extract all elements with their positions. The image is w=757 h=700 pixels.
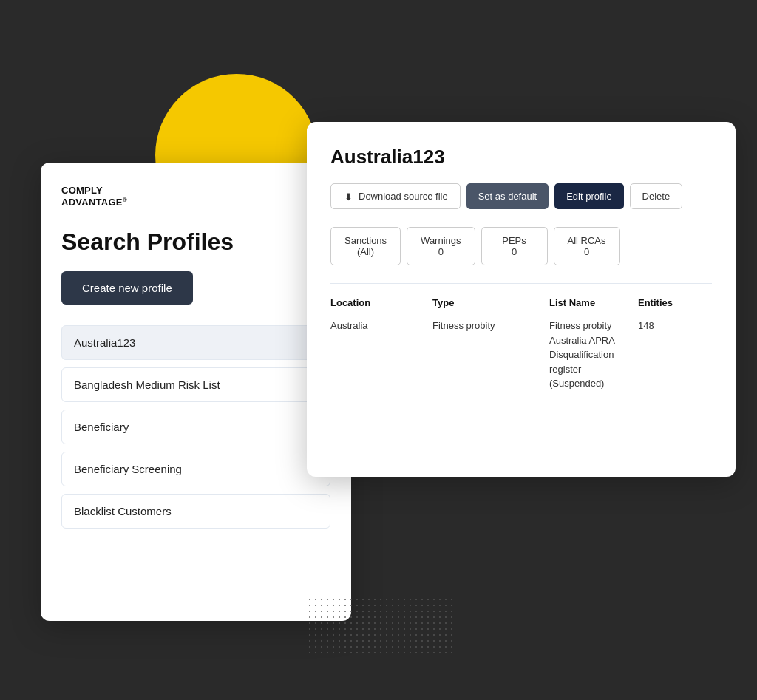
table-header: Location Type List Name Entities: [330, 297, 712, 308]
tab-warnings[interactable]: Warnings 0: [407, 227, 475, 265]
profile-item-blacklist-customers[interactable]: Blacklist Customers: [61, 494, 330, 529]
download-icon: [343, 191, 353, 202]
logo-area: COMPLY ADVANTAGE®: [61, 185, 330, 208]
profile-item-beneficiary[interactable]: Beneficiary: [61, 410, 330, 444]
download-source-file-button[interactable]: Download source file: [330, 183, 461, 209]
create-new-profile-button[interactable]: Create new profile: [61, 271, 193, 305]
tab-sanctions[interactable]: Sanctions (All): [330, 227, 401, 265]
left-panel: COMPLY ADVANTAGE® Search Profiles Create…: [41, 163, 351, 621]
page-title: Search Profiles: [61, 229, 330, 255]
logo: COMPLY ADVANTAGE®: [61, 185, 330, 208]
table-row: Australia Fitness probity Fitness probit…: [330, 319, 712, 391]
tab-all-rcas[interactable]: All RCAs 0: [554, 227, 620, 265]
right-panel: Australia123 Download source file Set as…: [307, 122, 736, 477]
scene: COMPLY ADVANTAGE® Search Profiles Create…: [0, 0, 757, 700]
profile-list: Australia123 Bangladesh Medium Risk List…: [61, 325, 330, 529]
divider: [330, 283, 712, 284]
profile-detail-title: Australia123: [330, 146, 712, 169]
profile-item-beneficiary-screening[interactable]: Beneficiary Screening: [61, 452, 330, 486]
tab-peps[interactable]: PEPs 0: [481, 227, 548, 265]
profile-item-bangladesh[interactable]: Bangladesh Medium Risk List: [61, 367, 330, 402]
filter-tabs: Sanctions (All) Warnings 0 PEPs 0 All RC…: [330, 227, 712, 265]
action-buttons-group: Download source file Set as default Edit…: [330, 183, 712, 209]
dot-overlay-decoration: [307, 597, 455, 656]
delete-button[interactable]: Delete: [630, 183, 683, 209]
profile-item-australia123[interactable]: Australia123: [61, 325, 330, 360]
set-as-default-button[interactable]: Set as default: [466, 183, 549, 209]
edit-profile-button[interactable]: Edit profile: [554, 183, 623, 209]
